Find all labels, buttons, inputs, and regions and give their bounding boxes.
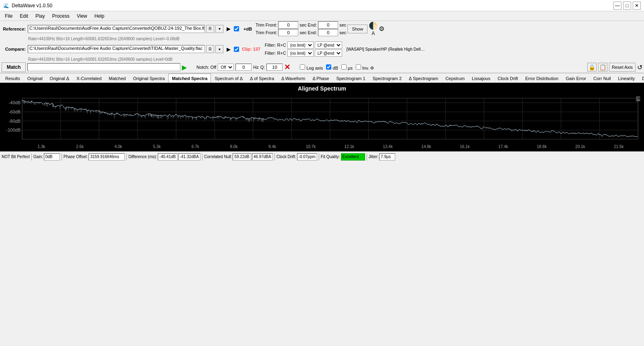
db-check-label[interactable]: dB — [326, 64, 338, 70]
refresh-icon[interactable]: ↺ — [637, 64, 642, 71]
filter-lpend1[interactable]: LP @end — [315, 41, 342, 49]
tab-matched-spectra[interactable]: Matched Spectra — [168, 74, 211, 82]
trim-sec-label3: sec — [299, 30, 306, 35]
notch-hz-label: Hz — [253, 65, 258, 70]
tab-δ-phase[interactable]: Δ Phase — [309, 74, 333, 82]
tab-cepstrum[interactable]: Cepstrum — [442, 74, 469, 82]
jitter-item: Jitter: 7.9μs — [369, 153, 395, 161]
tab-x-correlated[interactable]: X-Correlated — [73, 74, 105, 82]
filter-lpend2[interactable]: LP @end — [315, 49, 342, 57]
tab-spectrogram-2[interactable]: Spectrogram 2 — [369, 74, 405, 82]
db-checkbox[interactable] — [326, 64, 331, 70]
compare-play-button[interactable]: ▶ — [225, 45, 233, 53]
reference-play-button[interactable]: ▶ — [225, 25, 233, 33]
trim-end-label: End: — [308, 23, 317, 27]
compare-checkbox[interactable] — [234, 47, 239, 52]
menu-help[interactable]: Help — [91, 12, 108, 20]
reference-channel-dropdown[interactable]: ▾ — [215, 25, 223, 33]
menu-play[interactable]: Play — [32, 12, 48, 20]
bit-perfect-item: NOT Bit Perfect — [2, 154, 30, 159]
notch-q-input[interactable] — [266, 64, 283, 71]
maximize-button[interactable]: □ — [623, 2, 631, 10]
gain-value: 0dB — [44, 153, 60, 161]
mu-check-label[interactable]: μs — [341, 64, 353, 70]
tab-linearity[interactable]: Linearity — [615, 74, 639, 82]
filter-select1[interactable]: (no limit) — [287, 41, 314, 49]
reset-axis-button[interactable]: Reset Axis — [609, 63, 636, 72]
reference-label: Reference: — [2, 27, 26, 31]
reference-row: Reference: C:\Users\Raul\Documents\AudFr… — [0, 21, 644, 37]
tab-original-δ[interactable]: Original Δ — [46, 74, 73, 82]
close-button[interactable]: ✕ — [633, 2, 641, 10]
diff-value2: -41.32dBA — [178, 153, 200, 161]
log-axis-label[interactable]: Log axis — [300, 64, 323, 70]
trim-front-input2[interactable] — [278, 29, 298, 36]
reference-channel[interactable]: R — [206, 25, 214, 33]
tab-lissajous[interactable]: Lissajous — [468, 74, 494, 82]
compare-row: Compare: C:\Users\Raul\Documents\AudFree… — [0, 41, 644, 57]
tabs: ResultsOriginalOriginal ΔX-CorrelatedMat… — [0, 73, 644, 83]
inv-phi-checkbox[interactable] — [356, 64, 361, 70]
tab-spectrum-of-δ[interactable]: Spectrum of Δ — [211, 74, 246, 82]
tab-original-spectra[interactable]: Original Spectra — [129, 74, 168, 82]
corr-null-label: Correlated Null: — [204, 154, 232, 159]
menu-file[interactable]: File — [2, 12, 16, 20]
compare-path[interactable]: C:\Users\Raul\Documents\AudFree Audio Ca… — [28, 45, 205, 53]
trim-end-input1[interactable] — [318, 21, 338, 29]
phase-offset-item: Phase Offset: 3159.916846ms — [64, 153, 125, 161]
inv-phi-label[interactable]: Inv. Φ — [356, 64, 374, 70]
tab-δ-waveform[interactable]: Δ Waveform — [278, 74, 309, 82]
tab-δ-spectrogram[interactable]: Δ Spectrogram — [405, 74, 442, 82]
menu-view[interactable]: View — [74, 12, 91, 20]
trim-front-input1[interactable] — [278, 21, 298, 29]
copy-icon[interactable]: 📋 — [598, 63, 607, 72]
log-axis-checkbox[interactable] — [300, 64, 305, 70]
tab-gain-error[interactable]: Gain Error — [562, 74, 590, 82]
sep2 — [62, 153, 62, 161]
sep5 — [275, 153, 275, 161]
sep7 — [367, 153, 367, 161]
compare-channel-dropdown[interactable]: ▾ — [215, 45, 223, 53]
notch-label: Notch: Off — [196, 65, 216, 70]
minimize-button[interactable]: — — [613, 2, 621, 10]
tab-df-metric[interactable]: DF Metric — [638, 74, 644, 82]
gear-icon[interactable]: ⚙ — [379, 25, 384, 33]
compare-channel[interactable]: R — [206, 45, 214, 53]
tab-clock-drift[interactable]: Clock Drift — [494, 74, 522, 82]
titlebar-controls: — □ ✕ — [613, 2, 641, 10]
menubar: File Edit Play Process View Help — [0, 11, 644, 21]
db-label: +dB — [244, 27, 252, 31]
tab-original[interactable]: Original — [24, 74, 46, 82]
notch-hz-input[interactable] — [235, 64, 252, 71]
phase-offset-value: 3159.916846ms — [89, 153, 125, 161]
filter-select2[interactable]: (no limit) — [287, 49, 314, 57]
fit-quality-item: Fit Quality: Excellent — [321, 153, 365, 161]
trim-end-input2[interactable] — [318, 29, 338, 36]
trim-front-row2: Trim Front: sec End: sec — [256, 29, 346, 36]
mu-checkbox[interactable] — [341, 64, 347, 70]
tab-δ-of-spectra[interactable]: Δ of Spectra — [246, 74, 278, 82]
tab-matched[interactable]: Matched — [105, 74, 129, 82]
x-mark-icon[interactable]: ✕ — [284, 63, 290, 72]
match-button[interactable]: Match — [2, 62, 26, 72]
tab-spectrogram-1[interactable]: Spectrogram 1 — [333, 74, 369, 82]
toolbar-section: Reference: C:\Users\Raul\Documents\AudFr… — [0, 21, 644, 73]
menu-process[interactable]: Process — [49, 12, 72, 20]
lock-icon[interactable]: 🔒 — [587, 63, 597, 72]
reference-path[interactable]: C:\Users\Raul\Documents\AudFree Audio Ca… — [28, 25, 205, 33]
show-button[interactable]: Show — [347, 25, 367, 33]
tab-results[interactable]: Results — [2, 74, 24, 82]
clock-drift-item: Clock Drift: -0.07ppm — [277, 153, 317, 161]
tab-corr-null[interactable]: Corr Null — [590, 74, 614, 82]
play-match-icon[interactable]: ▶ — [182, 64, 187, 71]
tab-error-distribution[interactable]: Error Distribution — [522, 74, 562, 82]
notch-controls: Notch: Off Off Hz Q: ✕ — [196, 63, 290, 72]
chart-settings-icon[interactable]: ☰ — [636, 96, 641, 102]
notch-select[interactable]: Off — [218, 64, 234, 71]
compare-label: Compare: — [2, 47, 26, 51]
right-panel-icons: 🔒 📋 Reset Axis ↺ — [587, 63, 642, 72]
menu-edit[interactable]: Edit — [17, 12, 31, 20]
trim-front-label: Trim Front: — [256, 23, 277, 27]
trim-sec-label2: sec — [339, 23, 346, 27]
reference-checkbox[interactable] — [234, 26, 239, 31]
